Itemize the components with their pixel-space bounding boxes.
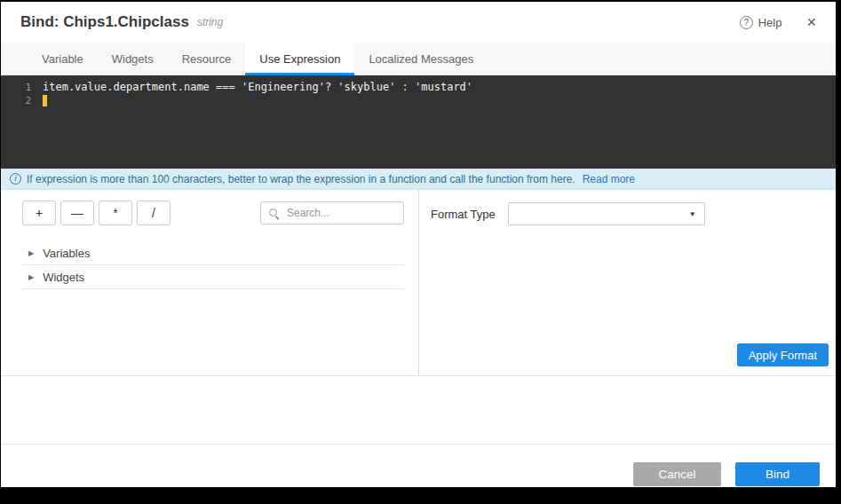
expression-editor[interactable]: 1 item.value.department.name === 'Engine… (1, 75, 836, 169)
bind-dialog: Bind: Chips1.Chipclass string ? Help × V… (1, 2, 836, 487)
info-text: If expression is more than 100 character… (27, 173, 575, 185)
tree-item-variables[interactable]: ▶ Variables (22, 241, 404, 265)
cancel-button[interactable]: Cancel (633, 462, 721, 486)
help-label: Help (758, 16, 782, 29)
operator-plus-button[interactable]: + (22, 201, 56, 225)
info-icon: i (10, 173, 21, 185)
text-caret (43, 95, 47, 106)
dialog-title: Bind: Chips1.Chipclass (20, 13, 189, 31)
empty-area (1, 376, 836, 444)
chevron-right-icon: ▶ (28, 273, 34, 281)
search-input[interactable] (285, 206, 396, 220)
apply-format-button[interactable]: Apply Format (737, 343, 829, 366)
info-bar: i If expression is more than 100 charact… (1, 169, 836, 190)
expression-helper-panel: + — * / ▶ Variables ▶ Widgets (1, 190, 419, 375)
binding-tree: ▶ Variables ▶ Widgets (22, 241, 404, 289)
tab-use-expression[interactable]: Use Expression (245, 43, 354, 75)
code-line: 1 item.value.department.name === 'Engine… (1, 81, 836, 94)
tab-bar: Variable Widgets Resource Use Expression… (1, 43, 836, 75)
search-box (260, 201, 404, 224)
help-button[interactable]: ? Help (740, 16, 782, 29)
code-line: 2 (1, 94, 836, 107)
operator-buttons: + — * / (22, 201, 171, 225)
main-panels: + — * / ▶ Variables ▶ Widgets (1, 190, 836, 376)
operator-multiply-button[interactable]: * (99, 201, 132, 225)
search-icon (268, 208, 280, 219)
code-text: item.value.department.name === 'Engineer… (43, 81, 472, 94)
dialog-footer: Cancel Bind (1, 444, 836, 487)
chevron-right-icon: ▶ (28, 249, 34, 257)
header-actions: ? Help × (740, 14, 816, 30)
operator-toolbar: + — * / (22, 201, 404, 225)
line-number: 1 (1, 81, 43, 94)
help-icon: ? (740, 16, 753, 29)
format-type-row: Format Type ▼ (431, 202, 836, 225)
type-label: string (197, 16, 223, 28)
dialog-header: Bind: Chips1.Chipclass string ? Help × (1, 2, 836, 43)
operator-minus-button[interactable]: — (60, 201, 94, 225)
tab-widgets[interactable]: Widgets (98, 43, 168, 75)
line-number: 2 (1, 94, 43, 107)
tree-item-label: Variables (43, 247, 90, 260)
tab-resource[interactable]: Resource (168, 43, 246, 75)
format-type-label: Format Type (431, 208, 496, 221)
tab-variable[interactable]: Variable (28, 43, 98, 75)
code-text (43, 94, 47, 107)
tree-item-label: Widgets (43, 271, 84, 284)
format-panel: Format Type ▼ Apply Format (419, 190, 836, 375)
chevron-down-icon: ▼ (689, 210, 696, 218)
tab-localized-messages[interactable]: Localized Messages (354, 43, 488, 75)
bind-button[interactable]: Bind (735, 462, 820, 486)
tree-item-widgets[interactable]: ▶ Widgets (22, 265, 404, 289)
format-type-select[interactable]: ▼ (508, 202, 705, 225)
close-icon[interactable]: × (806, 14, 816, 30)
operator-divide-button[interactable]: / (137, 201, 171, 225)
read-more-link[interactable]: Read more (583, 173, 635, 185)
